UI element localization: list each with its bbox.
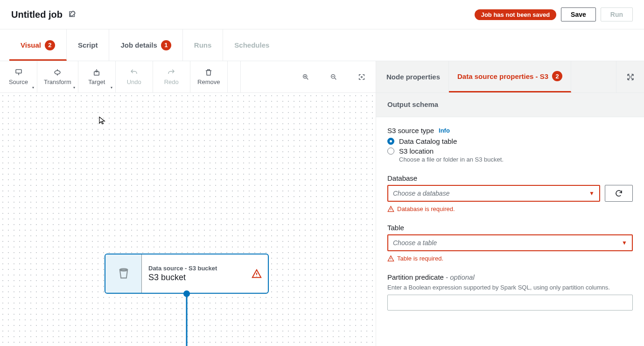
caret-down-icon: ▼ [622, 240, 627, 246]
table-error-text: Table is required. [397, 255, 443, 262]
radio-icon [387, 148, 394, 155]
tab-runs-label: Runs [194, 41, 212, 49]
trash-icon [204, 68, 213, 77]
graph-node-s3-bucket[interactable]: Data source - S3 bucket S3 bucket [105, 254, 269, 294]
database-refresh-button[interactable] [605, 185, 633, 202]
header: Untitled job Job has not been saved Save… [0, 0, 644, 29]
canvas-toolbar: Source ▾ Transform ▾ Target ▾ Undo Redo [0, 61, 376, 93]
warning-triangle-icon [387, 205, 394, 212]
radio-s3-location[interactable]: S3 location [387, 147, 633, 155]
tab-runs[interactable]: Runs [183, 29, 224, 61]
zoom-out-button[interactable] [320, 73, 348, 81]
expand-icon [626, 73, 635, 81]
remove-tool-label: Remove [197, 78, 220, 85]
canvas-panel: Source ▾ Transform ▾ Target ▾ Undo Redo [0, 61, 376, 346]
run-button[interactable]: Run [601, 7, 633, 21]
transform-icon [53, 68, 62, 77]
database-placeholder: Choose a database [393, 190, 449, 197]
caret-down-icon: ▾ [111, 85, 112, 90]
node-edge [186, 295, 188, 346]
tab-data-source-properties[interactable]: Data source properties - S3 2 [449, 61, 571, 92]
partition-label: Partition predicate [387, 273, 444, 281]
warning-triangle-icon [387, 255, 394, 262]
fit-button[interactable] [348, 73, 376, 81]
zoom-out-icon [330, 73, 337, 81]
node-body: Data source - S3 bucket S3 bucket [142, 254, 245, 293]
partition-optional-suffix: - optional [444, 273, 475, 281]
undo-tool-label: Undo [127, 78, 141, 85]
edit-title-icon[interactable] [68, 10, 77, 19]
tab-schedules[interactable]: Schedules [223, 29, 280, 61]
node-name-label: S3 bucket [148, 273, 239, 282]
unsaved-warning-pill: Job has not been saved [475, 9, 556, 20]
output-schema-heading: Output schema [376, 93, 644, 117]
tab-node-properties[interactable]: Node properties [378, 61, 449, 92]
save-button[interactable]: Save [561, 7, 596, 21]
source-tool-button[interactable]: Source ▾ [0, 61, 37, 92]
main-area: Source ▾ Transform ▾ Target ▾ Undo Redo [0, 61, 644, 346]
transform-tool-label: Transform [44, 78, 71, 85]
caret-down-icon: ▾ [73, 85, 75, 90]
bucket-icon [117, 267, 130, 280]
expand-panel-button[interactable] [616, 61, 644, 92]
graph-canvas[interactable]: Data source - S3 bucket S3 bucket [0, 93, 376, 346]
transform-tool-button[interactable]: Transform ▾ [37, 61, 78, 92]
properties-tabs: Node properties Data source properties -… [376, 61, 616, 92]
main-tabs: Visual 2 Script Job details 1 Runs Sched… [0, 29, 644, 61]
target-tool-button[interactable]: Target ▾ [78, 61, 116, 92]
database-error-text: Database is required. [397, 205, 455, 212]
database-label: Database [387, 174, 417, 182]
target-icon [92, 68, 101, 77]
svg-rect-1 [16, 70, 21, 73]
info-link[interactable]: Info [439, 127, 450, 134]
undo-tool-button[interactable]: Undo [116, 61, 153, 92]
table-label: Table [387, 224, 404, 232]
radio-data-catalog-table[interactable]: Data Catalog table [387, 137, 633, 145]
radio-data-catalog-label: Data Catalog table [399, 137, 457, 145]
table-select[interactable]: Choose a table ▼ [387, 234, 633, 251]
toolbar-spacer [228, 61, 241, 92]
redo-icon [167, 68, 175, 77]
refresh-icon [615, 189, 623, 198]
source-icon [14, 68, 23, 77]
tab-visual-label: Visual [21, 41, 41, 49]
svg-point-6 [361, 76, 363, 78]
tab-data-source-properties-badge: 2 [552, 71, 562, 81]
properties-content: S3 source type Info Data Catalog table S… [376, 117, 644, 346]
database-select[interactable]: Choose a database ▼ [387, 185, 600, 202]
tab-script-label: Script [78, 41, 98, 49]
partition-predicate-input[interactable] [387, 295, 633, 311]
partition-desc: Enter a Boolean expression supported by … [387, 284, 633, 291]
node-warning [245, 254, 268, 293]
tab-job-details[interactable]: Job details 1 [109, 29, 182, 61]
warning-triangle-icon [252, 268, 262, 279]
page-title: Untitled job [11, 9, 63, 20]
s3-source-type-label: S3 source type [387, 127, 434, 134]
redo-tool-button[interactable]: Redo [153, 61, 190, 92]
caret-down-icon: ▾ [32, 85, 34, 90]
tab-script[interactable]: Script [67, 29, 110, 61]
table-placeholder: Choose a table [393, 239, 437, 247]
source-tool-label: Source [9, 78, 28, 85]
undo-icon [130, 68, 138, 77]
caret-down-icon: ▼ [589, 190, 595, 197]
tab-job-details-badge: 1 [161, 40, 171, 50]
tab-visual[interactable]: Visual 2 [9, 29, 67, 61]
properties-panel: Node properties Data source properties -… [376, 61, 644, 346]
tab-job-details-label: Job details [120, 41, 157, 49]
radio-s3-location-desc: Choose a file or folder in an S3 bucket. [399, 156, 633, 163]
zoom-in-button[interactable] [292, 73, 320, 81]
fit-icon [358, 73, 365, 81]
tab-visual-badge: 2 [45, 40, 55, 50]
node-icon-box [105, 254, 142, 293]
tab-node-properties-label: Node properties [386, 73, 440, 81]
node-type-label: Data source - S3 bucket [148, 265, 239, 272]
remove-tool-button[interactable]: Remove [190, 61, 228, 92]
cursor-icon [98, 115, 106, 126]
target-tool-label: Target [88, 78, 105, 85]
table-error: Table is required. [387, 255, 633, 262]
redo-tool-label: Redo [164, 78, 179, 85]
tab-data-source-properties-label: Data source properties - S3 [457, 72, 548, 80]
zoom-in-icon [302, 73, 309, 81]
svg-point-2 [55, 71, 60, 74]
